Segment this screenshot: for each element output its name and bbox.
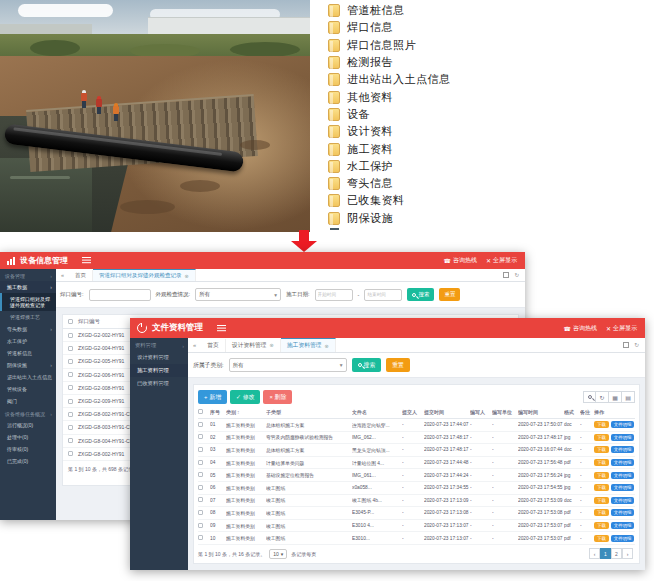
expand-icon[interactable] [503,272,509,278]
file-detail-button[interactable]: 文件明细 [611,497,635,504]
file-detail-button[interactable]: 文件明细 [611,434,635,441]
back-sidebar-item[interactable]: 运行概况(0) [0,419,56,431]
row-checkbox[interactable] [198,472,203,477]
pager-prev[interactable]: ‹ [589,548,600,559]
row-checkbox[interactable] [68,372,73,377]
download-button[interactable]: 下载 [594,421,609,428]
back-sidebar-item[interactable]: 阴保设施› [0,359,56,371]
expand-icon[interactable] [623,342,629,348]
back-sidebar-item[interactable]: 管道焊口组对及焊缝外观检查记录 [0,293,56,311]
download-button[interactable]: 下载 [594,459,609,466]
front-sidebar-item[interactable]: 资料管理› [130,338,188,351]
front-sidebar-item[interactable]: 已收资料管理 [130,377,188,390]
row-checkbox[interactable] [68,412,73,417]
refresh-icon[interactable]: ↻ [514,272,519,278]
file-detail-button[interactable]: 文件明细 [611,484,635,491]
back-sidebar-item[interactable]: 弯头数据› [0,323,56,335]
folder-item[interactable]: 弯头信息 [328,175,648,192]
date-end-input[interactable] [364,289,402,301]
back-sidebar-item[interactable]: 管线设备 [0,383,56,395]
menu-toggle-icon[interactable] [217,325,226,332]
back-sidebar-item[interactable]: 已完成(0) [0,455,56,467]
pager-next[interactable]: › [622,548,633,559]
tab-首页[interactable]: 首页 [69,270,93,281]
row-checkbox[interactable] [198,535,203,540]
tab-施工资料管理[interactable]: 施工资料管理⊗ [281,338,336,352]
tab-管道焊口组对及焊缝外观检查记录[interactable]: 管道焊口组对及焊缝外观检查记录⊗ [93,269,196,281]
tab-close-icon[interactable]: ⊗ [185,273,189,279]
pager-page[interactable]: 1 [600,548,611,559]
table-columns-button[interactable]: ▤ [622,391,635,403]
row-checkbox[interactable] [198,447,203,452]
table-search-button[interactable] [583,391,596,403]
back-sidebar-item[interactable]: 待审核(0) [0,443,56,455]
tab-close-icon[interactable]: ⊗ [325,343,329,349]
subtype-select[interactable]: 所有▾ [229,358,347,372]
folder-item[interactable]: 焊口信息 [328,19,648,36]
fullscreen-link[interactable]: ✕全屏显示 [486,256,517,265]
file-detail-button[interactable]: 文件明细 [611,459,635,466]
tab-首页[interactable]: 首页 [201,339,226,352]
folder-item[interactable]: 施工资料 [328,140,648,157]
hotline-link[interactable]: ☎咨询热线 [443,256,476,265]
download-button[interactable]: 下载 [594,509,609,516]
back-sidebar-item[interactable]: 进出站出入土点信息 [0,371,56,383]
download-button[interactable]: 下载 [594,497,609,504]
folder-item[interactable]: 管道桩信息 [328,2,648,19]
download-button[interactable]: 下载 [594,522,609,529]
file-detail-button[interactable]: 文件明细 [611,509,635,516]
file-detail-button[interactable]: 文件明细 [611,421,635,428]
row-checkbox[interactable] [68,425,73,430]
row-checkbox[interactable] [68,333,73,338]
tab-设计资料管理[interactable]: 设计资料管理⊗ [226,339,281,352]
search-button[interactable]: 搜索 [352,358,382,372]
row-checkbox[interactable] [68,385,73,390]
download-button[interactable]: 下载 [594,434,609,441]
file-detail-button[interactable]: 文件明细 [611,535,635,542]
back-sidebar-item[interactable]: 管道焊接工艺 [0,311,56,323]
table-grid-button[interactable]: ▦ [609,391,622,403]
back-sidebar-item[interactable]: 水工保护 [0,335,56,347]
folder-item[interactable]: 阴保设施 [328,210,648,227]
front-sidebar-item[interactable]: 设计资料管理 [130,351,188,364]
select-all-checkbox[interactable] [198,409,203,414]
reset-button[interactable]: 重置 [439,288,460,301]
row-checkbox[interactable] [68,438,73,443]
fullscreen-link[interactable]: ✕全屏显示 [606,324,637,333]
refresh-icon[interactable]: ↻ [634,342,639,348]
appearance-select[interactable]: 所有▾ [195,288,281,301]
row-checkbox[interactable] [198,523,203,528]
row-checkbox[interactable] [68,399,73,404]
row-checkbox[interactable] [68,359,73,364]
row-checkbox[interactable] [68,346,73,351]
folder-item[interactable]: 焊口信息照片 [328,37,648,54]
folder-item[interactable]: 设计资料 [328,123,648,140]
download-button[interactable]: 下载 [594,484,609,491]
back-sidebar-item[interactable]: 阀门 [0,395,56,407]
tab-close-icon[interactable]: ⊗ [270,342,274,348]
row-checkbox[interactable] [198,460,203,465]
file-detail-button[interactable]: 文件明细 [611,522,635,529]
file-detail-button[interactable]: 文件明细 [611,472,635,479]
tabs-back-icon[interactable]: « [61,272,64,278]
page-size-select[interactable]: 10▾ [269,549,287,559]
sort-icon[interactable]: ↕ [237,409,240,415]
folder-item[interactable]: 检测报告 [328,54,648,71]
delete-button[interactable]: ×删除 [263,390,292,404]
weld-no-input[interactable] [89,289,151,301]
folder-item[interactable]: 进出站出入土点信息 [328,71,648,88]
folder-item[interactable]: 其他资料 [328,88,648,105]
pager-page[interactable]: 2 [611,548,622,559]
folder-item[interactable]: 水工保护 [328,158,648,175]
folder-item[interactable]: 设备 [328,106,648,123]
back-sidebar-item[interactable]: 施工数据› [0,281,56,293]
row-checkbox[interactable] [198,497,203,502]
menu-toggle-icon[interactable] [82,257,91,264]
folder-item[interactable]: 已收集资料 [328,192,648,209]
download-button[interactable]: 下载 [594,472,609,479]
file-detail-button[interactable]: 文件明细 [611,446,635,453]
tabs-back-icon[interactable]: « [193,342,196,348]
row-checkbox[interactable] [68,451,73,456]
row-checkbox[interactable] [198,434,203,439]
row-checkbox[interactable] [198,510,203,515]
